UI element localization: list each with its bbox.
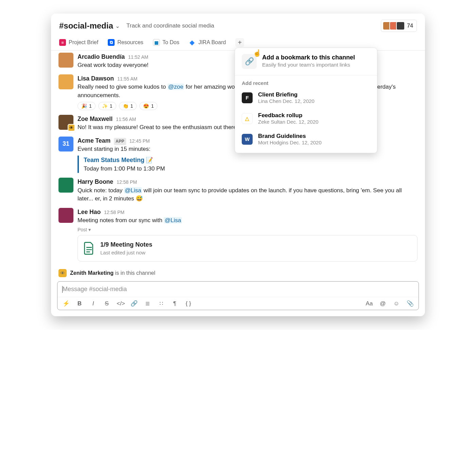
emoji-icon[interactable]: ☺ (393, 300, 400, 307)
member-list-button[interactable]: 74 (381, 20, 417, 32)
add-bookmark-button[interactable]: + (235, 38, 244, 47)
bookmark-jira-board[interactable]: ◆ JIRA Board (189, 39, 226, 46)
dropbox-icon: ⧉ (108, 39, 115, 46)
author-name[interactable]: Lee Hao (78, 208, 101, 216)
strike-icon[interactable]: S (103, 300, 111, 307)
author-name[interactable]: Harry Boone (78, 178, 113, 186)
message-text: Quick note: today @Lisa will join our te… (78, 186, 418, 203)
doc-icon: ≡ (59, 39, 66, 46)
bookmark-label: To Dos (163, 39, 180, 46)
link-icon[interactable]: 🔗 (130, 300, 138, 307)
dropdown-subtitle: Easily find your team's important links (262, 62, 355, 68)
recent-item-meta: Lina Chen Dec. 12, 2020 (258, 98, 314, 104)
message-time: 12:58 PM (117, 179, 137, 185)
status-badge-icon: 👁 (68, 124, 75, 131)
recent-item-brand-guidelines[interactable]: W Brand Guidelines Mort Hodgins Dec. 12,… (235, 129, 377, 149)
avatar[interactable]: 👁 (58, 115, 73, 130)
code-icon[interactable]: </> (117, 300, 124, 307)
trello-icon: ▦ (153, 39, 160, 46)
recent-item-title: Feedback rollup (258, 112, 319, 119)
app-badge: APP (114, 138, 126, 145)
message-input[interactable]: Message #social-media (57, 282, 419, 297)
post-file-icon (83, 242, 95, 255)
event-detail: Today from 1:00 PM to 1:30 PM (84, 165, 418, 173)
message-text: Meeting notes from our sync with @Lisa (78, 216, 418, 225)
recent-item-meta: Zeke Sultan Dec. 12, 2020 (258, 119, 319, 125)
author-name[interactable]: Lisa Dawson (78, 74, 114, 83)
dropdown-title: Add a bookmark to this channel (262, 54, 355, 61)
member-count: 74 (407, 23, 413, 29)
bookmark-project-brief[interactable]: ≡ Project Brief (59, 39, 98, 46)
message-time: 11:56 AM (116, 116, 136, 123)
attach-icon[interactable]: 📎 (406, 300, 414, 307)
message-time: 11:52 AM (128, 54, 148, 60)
google-drive-icon: △ (242, 113, 253, 124)
org-badge-icon: 👁 (58, 269, 67, 277)
bookmark-label: Resources (117, 39, 143, 46)
jira-icon: ◆ (189, 39, 196, 46)
avatar[interactable] (58, 178, 73, 193)
bullet-list-icon[interactable]: ∷ (157, 300, 165, 307)
reaction[interactable]: ✨1 (98, 102, 116, 110)
recent-item-title: Brand Guidelines (258, 133, 322, 140)
message-time: 12:58 PM (104, 209, 124, 216)
chevron-down-icon[interactable]: ⌄ (115, 23, 120, 29)
add-bookmark-dropdown: 🔗 Add a bookmark to this channel Easily … (235, 48, 377, 153)
cursor-icon: ☝ (253, 49, 261, 57)
message-time: 12:45 PM (130, 138, 150, 144)
reaction[interactable]: 😍1 (139, 102, 157, 110)
event-title[interactable]: Team Status Meeting (84, 157, 144, 163)
code-block-icon[interactable]: { } (185, 300, 192, 307)
ordered-list-icon[interactable]: ≣ (144, 300, 151, 307)
shortcuts-icon[interactable]: ⚡ (62, 300, 70, 307)
post-label[interactable]: Post ▾ (78, 226, 418, 233)
message: Lee Hao 12:58 PM Meeting notes from our … (58, 206, 418, 264)
channel-name[interactable]: #social-media (59, 21, 113, 31)
word-icon: W (242, 134, 253, 145)
avatar[interactable] (58, 208, 73, 223)
blockquote-icon[interactable]: ¶ (171, 300, 178, 307)
bookmark-label: Project Brief (69, 39, 98, 46)
attachment-subtitle: Last edited just now (100, 249, 152, 256)
figma-icon: F (242, 92, 253, 103)
message-composer[interactable]: Message #social-media ⚡ B I S </> 🔗 ≣ ∷ … (57, 281, 419, 310)
reaction[interactable]: 🎉1 (78, 102, 96, 110)
italic-icon[interactable]: I (89, 300, 97, 307)
avatar[interactable] (58, 53, 73, 68)
avatar (396, 21, 405, 30)
mention[interactable]: @zoe (168, 84, 184, 90)
author-name[interactable]: Zoe Maxwell (78, 115, 113, 123)
mention-icon[interactable]: @ (379, 300, 387, 307)
attachment[interactable]: 1/9 Meeting Notes Last edited just now (78, 235, 418, 262)
author-name[interactable]: Arcadio Buendía (78, 53, 125, 61)
composer-toolbar: ⚡ B I S </> 🔗 ≣ ∷ ¶ { } Aa @ ☺ 📎 (57, 297, 419, 310)
bookmark-to-dos[interactable]: ▦ To Dos (153, 39, 180, 46)
recent-item-meta: Mort Hodgins Dec. 12, 2020 (258, 140, 322, 145)
bookmark-label: JIRA Board (198, 39, 226, 46)
memo-icon: 📝 (146, 157, 153, 163)
format-icon[interactable]: Aa (366, 300, 373, 307)
recent-item-client-briefing[interactable]: F Client Briefing Lina Chen Dec. 12, 202… (235, 87, 377, 108)
recent-item-title: Client Briefing (258, 91, 314, 98)
reaction[interactable]: 👏1 (119, 102, 137, 110)
mention[interactable]: @Lisa (124, 187, 142, 194)
attachment-title: 1/9 Meeting Notes (100, 240, 152, 249)
channel-topic[interactable]: Track and coordinate social media (126, 22, 214, 29)
message-time: 11:55 AM (117, 75, 137, 82)
recent-item-feedback-rollup[interactable]: △ Feedback rollup Zeke Sultan Dec. 12, 2… (235, 108, 377, 129)
calendar-icon[interactable]: 31 (58, 137, 73, 151)
mention[interactable]: @Lisa (164, 217, 182, 224)
author-name[interactable]: Acme Team (78, 137, 111, 145)
channel-notice: 👁 Zenith Marketing is in this channel (51, 266, 425, 280)
org-name[interactable]: Zenith Marketing (70, 270, 114, 276)
dropdown-section-label: Add recent (235, 75, 377, 87)
bookmark-resources[interactable]: ⧉ Resources (108, 39, 143, 46)
avatar[interactable] (58, 74, 73, 89)
message: Harry Boone 12:58 PM Quick note: today @… (58, 176, 418, 206)
notice-text: is in this channel (114, 270, 155, 276)
bold-icon[interactable]: B (76, 300, 83, 307)
